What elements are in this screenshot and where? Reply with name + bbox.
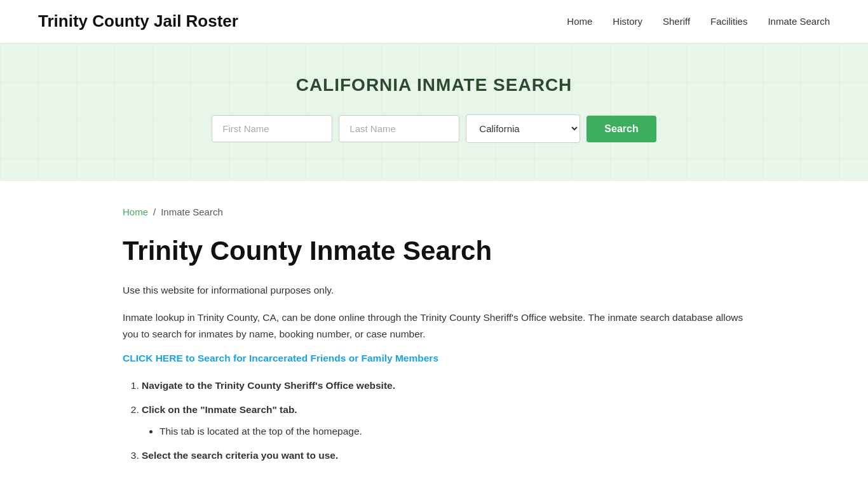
site-logo[interactable]: Trinity County Jail Roster (38, 11, 238, 31)
last-name-input[interactable] (339, 115, 459, 142)
nav-inmate-search[interactable]: Inmate Search (768, 16, 830, 27)
instruction-sub-item: This tab is located at the top of the ho… (159, 423, 745, 440)
instructions-list: Navigate to the Trinity County Sheriff's… (123, 377, 745, 464)
instruction-item: Select the search criteria you want to u… (142, 447, 745, 464)
main-nav: Home History Sheriff Facilities Inmate S… (567, 16, 830, 27)
breadcrumb-current: Inmate Search (161, 207, 223, 217)
site-header: Trinity County Jail Roster Home History … (0, 0, 868, 43)
search-button[interactable]: Search (587, 116, 656, 142)
paragraph-1: Use this website for informational purpo… (123, 282, 745, 299)
nav-facilities[interactable]: Facilities (710, 16, 747, 27)
breadcrumb: Home / Inmate Search (123, 207, 745, 217)
nav-sheriff[interactable]: Sheriff (663, 16, 690, 27)
page-title: Trinity County Inmate Search (123, 235, 745, 267)
first-name-input[interactable] (212, 115, 332, 142)
search-form: CaliforniaAlabamaAlaskaArizonaArkansasCo… (13, 114, 855, 143)
breadcrumb-separator: / (153, 207, 156, 217)
nav-history[interactable]: History (613, 16, 642, 27)
instruction-item: Click on the "Inmate Search" tab.This ta… (142, 401, 745, 440)
instruction-item: Navigate to the Trinity County Sheriff's… (142, 377, 745, 395)
hero-title: CALIFORNIA INMATE SEARCH (13, 75, 855, 95)
state-select[interactable]: CaliforniaAlabamaAlaskaArizonaArkansasCo… (466, 114, 580, 143)
breadcrumb-home[interactable]: Home (123, 207, 148, 217)
click-here-link[interactable]: CLICK HERE to Search for Incarcerated Fr… (123, 353, 438, 364)
hero-section: CALIFORNIA INMATE SEARCH CaliforniaAlaba… (0, 43, 868, 181)
paragraph-2: Inmate lookup in Trinity County, CA, can… (123, 309, 745, 343)
main-content: Home / Inmate Search Trinity County Inma… (85, 181, 783, 488)
nav-home[interactable]: Home (567, 16, 592, 27)
